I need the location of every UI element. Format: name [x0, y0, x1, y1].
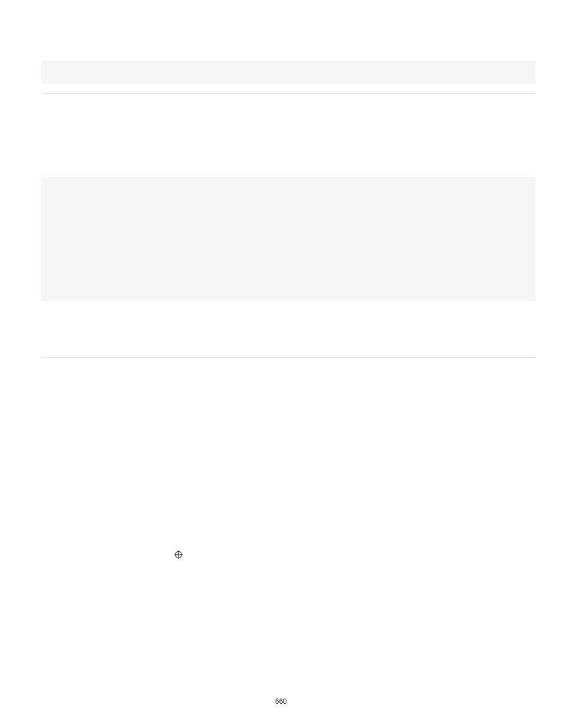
placeholder-block-large: [41, 177, 535, 301]
page-number: 660: [0, 697, 562, 706]
crosshair-icon: [174, 551, 183, 559]
horizontal-divider: [41, 93, 535, 94]
horizontal-divider: [41, 357, 535, 358]
placeholder-block-small: [41, 61, 535, 84]
